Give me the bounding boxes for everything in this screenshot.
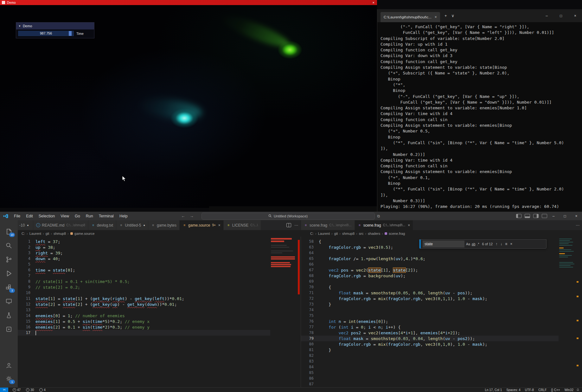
code-line[interactable]: 7 xyxy=(18,273,270,279)
code-line[interactable]: 76 int n = int(enemies[0]); xyxy=(301,318,559,324)
code-line[interactable]: 64 xyxy=(301,250,559,256)
code-line[interactable]: 83 xyxy=(301,358,559,364)
tab-README.md[interactable]: iREADME.mdC:\...\shmup8 xyxy=(33,220,88,230)
tab-devlog.txt[interactable]: ≡devlog.txt xyxy=(88,220,116,230)
new-window-icon[interactable]: ⧉ xyxy=(377,214,380,218)
breadcrumb-item[interactable]: shmup8 xyxy=(342,232,355,235)
code-line[interactable]: 1left = 37; xyxy=(18,239,270,244)
close-icon[interactable]: × xyxy=(435,15,437,19)
menu-help[interactable]: Help xyxy=(117,212,131,220)
breadcrumb-item[interactable]: Laurent xyxy=(318,232,330,235)
code-line[interactable]: 65 fragColor /= 1.+pow(length(uv),4.)*0.… xyxy=(301,256,559,261)
sidebar-item-explorer[interactable]: 10 xyxy=(0,225,18,239)
back-arrow-icon[interactable]: ← xyxy=(181,214,185,218)
breadcrumb-item[interactable]: Laurent xyxy=(29,232,41,235)
close-icon[interactable]: × xyxy=(571,212,582,220)
code-line[interactable]: 17 xyxy=(18,330,270,336)
code-editor-scene-frag[interactable]: 58{63 fragColor.rgb = vec3(0.5);6465 fra… xyxy=(301,239,559,388)
code-line[interactable]: 11state[1] = state[1] + (get_key(right) … xyxy=(18,296,270,301)
tab-game.source[interactable]: ≡game.source9+× xyxy=(180,220,224,230)
code-line[interactable]: 10 xyxy=(18,290,270,296)
problems-status[interactable]: × 47! 30· 4 xyxy=(8,388,50,392)
minimap[interactable] xyxy=(559,237,576,388)
minimize-icon[interactable]: – xyxy=(548,212,559,220)
more-actions-icon[interactable]: ⋯ xyxy=(294,223,298,228)
terminal-titlebar[interactable]: C:\Laurent\git\shmup8\out\c... × + ∨ – □… xyxy=(377,9,582,22)
status-info[interactable]: · 4 xyxy=(37,388,48,392)
code-line[interactable]: 12state[2] = state[2] + (get_key(up) - g… xyxy=(18,301,270,307)
tab-Untitled-5[interactable]: ≡Untitled-5● xyxy=(116,220,148,230)
sidebar-item-search[interactable] xyxy=(0,239,18,253)
toggle-secondary-sidebar-icon[interactable] xyxy=(533,214,539,218)
close-icon[interactable]: × xyxy=(510,242,512,246)
split-editor-icon[interactable] xyxy=(286,223,291,227)
code-line[interactable]: 68 fragColor.rgb = background(uv); xyxy=(301,273,559,279)
imgui-panel-header[interactable]: ▼ Demo xyxy=(16,22,94,29)
code-line[interactable]: 82 xyxy=(301,353,559,358)
code-line[interactable]: 78 vec2 pos2 = vec2(enemies[4*i+1], enem… xyxy=(301,330,559,336)
menu-run[interactable]: Run xyxy=(83,212,96,220)
breadcrumb-item[interactable]: git xyxy=(46,232,49,235)
status-item[interactable]: CRLF xyxy=(536,388,549,392)
more-actions-icon[interactable]: ⋯ xyxy=(576,223,579,228)
maximize-icon[interactable]: □ xyxy=(554,9,568,22)
find-toggle-grip[interactable] xyxy=(419,240,421,248)
code-line[interactable]: 69 xyxy=(301,279,559,284)
code-line[interactable]: 13 xyxy=(18,307,270,313)
status-error[interactable]: × 47 xyxy=(10,388,23,392)
settings-gear-button[interactable]: 1 xyxy=(0,372,18,386)
sidebar-item-custom[interactable] xyxy=(0,322,18,336)
status-item[interactable]: Spaces: 4 xyxy=(504,388,522,392)
minimize-icon[interactable]: – xyxy=(540,9,554,22)
code-line[interactable]: 71 float mask = smoothstep(0.05, 0.06, l… xyxy=(301,290,559,296)
breadcrumb-item[interactable]: game.source xyxy=(74,232,95,235)
remote-indicator[interactable]: >< xyxy=(0,388,8,392)
terminal-output[interactable]: ("-", FunCall ("get_key", [Var { Name = … xyxy=(377,22,582,212)
sidebar-item-run-debug[interactable] xyxy=(0,267,18,280)
menu-go[interactable]: Go xyxy=(72,212,83,220)
tab-LICENSE[interactable]: ≡LICENSEC:\...\ xyxy=(224,220,261,230)
code-line[interactable]: 84 xyxy=(301,364,559,370)
code-line[interactable]: 80 fragColor.rgb = mix(fragColor.rgb, ve… xyxy=(301,341,559,347)
menu-view[interactable]: View xyxy=(58,212,72,220)
chevron-down-icon[interactable]: ∨ xyxy=(451,13,454,18)
breadcrumb-item[interactable]: git xyxy=(334,232,338,235)
toggle-panel-icon[interactable] xyxy=(525,214,530,218)
code-line[interactable]: 66 xyxy=(301,261,559,267)
code-line[interactable]: 5 xyxy=(18,261,270,267)
customize-layout-icon[interactable] xyxy=(542,214,547,218)
sidebar-item-remote-explorer[interactable] xyxy=(0,294,18,308)
new-tab-icon[interactable]: + xyxy=(444,13,447,18)
tab-scene.frag[interactable]: ≡scene.fragC:\...\engine8\... xyxy=(301,220,355,230)
breadcrumb-item[interactable]: scene.frag xyxy=(389,232,405,235)
code-line[interactable]: 75 xyxy=(301,313,559,318)
tab--10[interactable]: -10● xyxy=(18,220,33,230)
close-icon[interactable]: × xyxy=(568,9,582,22)
code-editor-game-source[interactable]: 1left = 37;2up = 38;3right = 39;4down = … xyxy=(18,239,270,388)
status-warning[interactable]: ! 30 xyxy=(24,388,36,392)
code-line[interactable]: 15enemies[1] = 0.5 + sin(time*5)*0.2; //… xyxy=(18,318,270,324)
menu-file[interactable]: File xyxy=(11,212,23,220)
maximize-icon[interactable]: □ xyxy=(559,212,571,220)
status-item[interactable]: Ln 17, Col 1 xyxy=(483,388,504,392)
code-line[interactable]: 9// state[2] = 0.2; xyxy=(18,284,270,290)
next-match-icon[interactable]: ↓ xyxy=(500,242,502,246)
terminal-tab[interactable]: C:\Laurent\git\shmup8\out\c... × xyxy=(381,12,440,22)
game-viewport[interactable]: ▼ Demo 987.756 Time xyxy=(0,5,377,208)
minimap[interactable] xyxy=(270,237,297,388)
sidebar-item-testing[interactable] xyxy=(0,308,18,322)
whole-word-icon[interactable]: ab xyxy=(472,242,476,246)
code-line[interactable]: 79 float mask = smoothstep(0.03, 0.04, l… xyxy=(301,336,559,341)
overview-ruler[interactable] xyxy=(576,237,582,388)
menu-edit[interactable]: Edit xyxy=(23,212,36,220)
code-line[interactable]: 87 xyxy=(301,381,559,387)
code-line[interactable]: 16enemies[2] = 0.1 + sin(time*2)*0.3; //… xyxy=(18,324,270,330)
forward-arrow-icon[interactable]: → xyxy=(190,214,194,218)
code-line[interactable]: 74 xyxy=(301,307,559,313)
match-case-icon[interactable]: Aa xyxy=(466,242,470,246)
close-icon[interactable]: × xyxy=(373,1,374,4)
code-line[interactable]: 72 fragColor.rgb = mix(fragColor.rgb, ve… xyxy=(301,296,559,301)
game-titlebar[interactable]: Demo × xyxy=(0,0,377,5)
code-line[interactable]: 3right = 39; xyxy=(18,250,270,256)
status-item[interactable]: {} C++ xyxy=(549,388,562,392)
